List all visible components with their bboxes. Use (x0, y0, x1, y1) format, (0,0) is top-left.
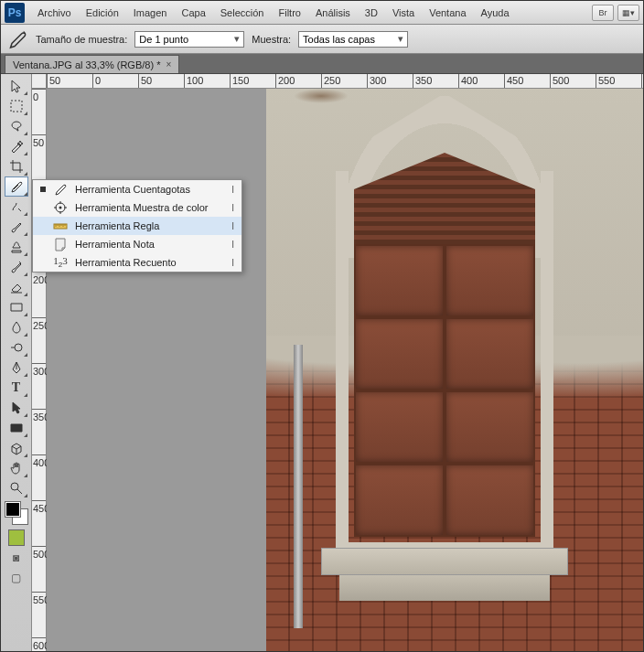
close-icon[interactable]: × (166, 59, 171, 69)
eyedropper-icon (53, 182, 68, 197)
ruler-tool-item[interactable]: Herramienta ReglaI (33, 217, 242, 235)
magic-wand-tool[interactable] (5, 136, 28, 156)
document-tab-bar: Ventana.JPG al 33,3% (RGB/8) * × (1, 54, 643, 74)
active-tool-preset-icon[interactable] (6, 28, 28, 50)
canvas-viewport[interactable] (47, 89, 643, 651)
sample-layers-select[interactable]: Todas las capas (298, 31, 408, 48)
horizontal-ruler[interactable]: 5005010015020025030035040045050055060065… (47, 74, 643, 89)
canvas-area: 5005010015020025030035040045050055060065… (32, 74, 643, 651)
ps-logo-icon: Ps (5, 3, 25, 23)
menu-capa[interactable]: Capa (174, 4, 212, 22)
menu-ayuda[interactable]: Ayuda (474, 4, 517, 22)
color-swatch[interactable] (5, 502, 27, 524)
document-tab-title: Ventana.JPG al 33,3% (RGB/8) * (13, 59, 160, 70)
bridge-button[interactable]: Br (592, 5, 614, 21)
brush-tool[interactable] (5, 217, 28, 237)
menu-selección[interactable]: Selección (213, 4, 272, 22)
menu-vista[interactable]: Vista (385, 4, 422, 22)
healing-brush-tool[interactable] (5, 197, 28, 217)
tool-flyout-menu: Herramienta CuentagotasIHerramienta Mues… (32, 179, 242, 273)
dodge-tool[interactable] (5, 337, 28, 358)
count-icon: 123 (53, 255, 68, 270)
options-bar: Tamaño de muestra: De 1 punto Muestra: T… (1, 25, 643, 54)
menu-filtro[interactable]: Filtro (271, 4, 307, 22)
color-sampler-tool-item[interactable]: Herramienta Muestra de colorI (33, 198, 242, 217)
secondary-swatch[interactable] (8, 529, 25, 546)
type-tool[interactable]: T (5, 378, 28, 398)
note-icon (53, 237, 68, 251)
target-icon (53, 200, 68, 215)
eyedropper-tool-item[interactable]: Herramienta CuentagotasI (33, 180, 242, 198)
eraser-tool[interactable] (5, 277, 28, 297)
menu-edición[interactable]: Edición (79, 4, 126, 22)
move-tool[interactable] (5, 76, 28, 96)
menu-análisis[interactable]: Análisis (308, 4, 358, 22)
menu-ventana[interactable]: Ventana (422, 4, 473, 22)
count-tool-item[interactable]: 123Herramienta RecuentoI (33, 253, 242, 272)
lasso-tool[interactable] (5, 116, 28, 136)
history-brush-tool[interactable] (5, 257, 28, 277)
path-selection-tool[interactable] (5, 398, 28, 418)
menu-archivo[interactable]: Archivo (30, 4, 79, 22)
pen-tool[interactable] (5, 358, 28, 378)
vertical-ruler[interactable]: 0501001502002503003504004505005506006507… (32, 89, 47, 651)
eyedropper-tool[interactable] (5, 176, 28, 197)
svg-point-1 (59, 207, 62, 209)
crop-tool[interactable] (5, 156, 28, 176)
document-image (266, 89, 643, 651)
shape-tool[interactable] (5, 418, 28, 438)
note-tool-item[interactable]: Herramienta NotaI (33, 235, 242, 253)
sample-size-select[interactable]: De 1 punto (134, 31, 244, 48)
gradient-tool[interactable] (5, 297, 28, 317)
menubar: Ps ArchivoEdiciónImagenCapaSelecciónFilt… (1, 1, 643, 25)
ruler-origin[interactable] (32, 74, 47, 89)
sample-size-label: Tamaño de muestra: (36, 34, 127, 45)
screen-mode-button[interactable]: ▢ (6, 570, 27, 586)
zoom-tool[interactable] (5, 478, 28, 498)
document-tab[interactable]: Ventana.JPG al 33,3% (RGB/8) * × (5, 55, 179, 73)
marquee-tool[interactable] (5, 96, 28, 116)
menu-imagen[interactable]: Imagen (126, 4, 175, 22)
blur-tool[interactable] (5, 317, 28, 337)
workspace-switcher-button[interactable]: ▦▾ (617, 5, 639, 21)
stamp-tool[interactable] (5, 237, 28, 257)
menu-3d[interactable]: 3D (358, 4, 385, 22)
quick-mask-button[interactable]: ◙ (6, 550, 27, 566)
sample-layers-label: Muestra: (252, 34, 291, 45)
hand-tool[interactable] (5, 458, 28, 478)
ruler-icon (53, 219, 68, 233)
3d-tool[interactable] (5, 438, 28, 458)
toolbox: T◙▢ (1, 74, 32, 651)
